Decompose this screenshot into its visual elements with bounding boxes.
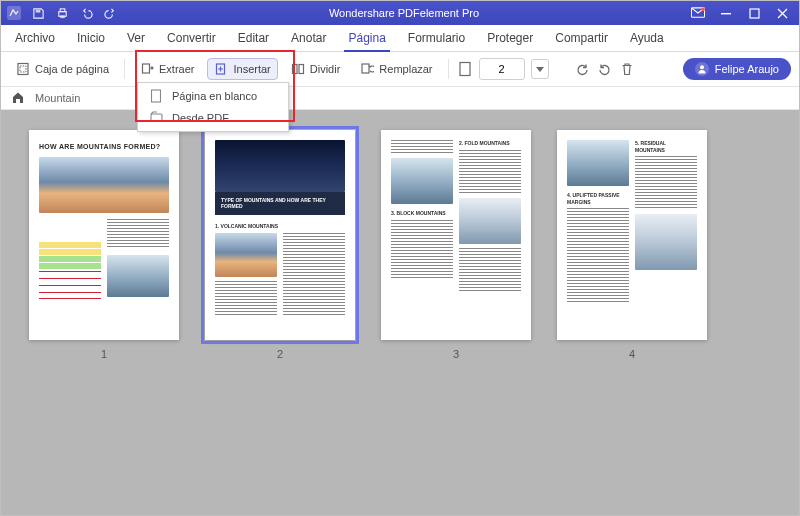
svg-point-6 — [701, 7, 705, 11]
menu-archivo[interactable]: Archivo — [5, 26, 65, 51]
page-dropdown-icon[interactable] — [531, 59, 549, 79]
split-label: Dividir — [310, 63, 341, 75]
p2-caption: TYPE OF MOUNTAINS AND HOW ARE THEY FORME… — [215, 192, 345, 215]
svg-rect-14 — [299, 65, 304, 74]
menu-convertir[interactable]: Convertir — [157, 26, 226, 51]
page-number-input[interactable] — [479, 58, 525, 80]
breadcrumb-doc[interactable]: Mountain — [35, 92, 80, 104]
insert-blank-page[interactable]: Página en blanco — [138, 85, 288, 107]
split-icon — [291, 62, 305, 76]
svg-rect-16 — [460, 63, 470, 76]
insert-button[interactable]: Insertar — [207, 58, 277, 80]
svg-rect-10 — [20, 66, 26, 72]
replace-icon — [360, 62, 374, 76]
redo-icon[interactable] — [103, 6, 117, 20]
menu-compartir[interactable]: Compartir — [545, 26, 618, 51]
p3-h1: 2. FOLD MOUNTAINS — [459, 140, 521, 147]
insert-blank-label: Página en blanco — [172, 90, 257, 102]
insert-dropdown: Página en blanco Desde PDF — [137, 82, 289, 132]
thumb-2-label: 2 — [277, 348, 283, 360]
svg-rect-11 — [143, 64, 150, 73]
svg-rect-8 — [750, 9, 759, 18]
split-button[interactable]: Dividir — [284, 58, 348, 80]
rotate-cw-icon[interactable] — [597, 61, 613, 77]
home-icon[interactable] — [11, 91, 25, 105]
svg-rect-7 — [721, 13, 731, 14]
rotate-ccw-icon[interactable] — [575, 61, 591, 77]
maximize-icon[interactable] — [747, 6, 761, 20]
p2-h1: 1. VOLCANIC MOUNTAINS — [215, 223, 345, 230]
thumb-4-label: 4 — [629, 348, 635, 360]
extract-label: Extraer — [159, 63, 194, 75]
extract-icon — [140, 62, 154, 76]
page-toolbar: Caja de página Extraer Insertar Dividir … — [1, 52, 799, 87]
insert-icon — [214, 62, 228, 76]
svg-rect-19 — [151, 114, 162, 121]
delete-icon[interactable] — [619, 61, 635, 77]
page-thumb-icon[interactable] — [457, 61, 473, 77]
svg-rect-4 — [60, 15, 65, 18]
avatar-icon — [695, 62, 709, 76]
insert-from-pdf-label: Desde PDF — [172, 112, 229, 124]
thumb-3[interactable]: 3. BLOCK MOUNTAINS 2. FOLD MOUNTAINS 3 — [381, 130, 531, 360]
menu-pagina[interactable]: Página — [338, 26, 395, 51]
window-title: Wondershare PDFelement Pro — [117, 7, 691, 19]
menubar: Archivo Inicio Ver Convertir Editar Anot… — [1, 25, 799, 52]
thumb-4[interactable]: 4. UPLIFTED PASSIVE MARGINS 5. RESIDUAL … — [557, 130, 707, 360]
menu-ver[interactable]: Ver — [117, 26, 155, 51]
p4-h1: 4. UPLIFTED PASSIVE MARGINS — [567, 192, 629, 205]
menu-anotar[interactable]: Anotar — [281, 26, 336, 51]
blank-page-icon — [150, 89, 164, 103]
app-logo-icon — [7, 6, 21, 20]
page-canvas: HOW ARE MOUNTAINS FORMED? — [1, 110, 799, 515]
replace-button[interactable]: Remplazar — [353, 58, 439, 80]
minimize-icon[interactable] — [719, 6, 733, 20]
from-pdf-icon — [150, 111, 164, 125]
print-icon[interactable] — [55, 6, 69, 20]
page-box-button[interactable]: Caja de página — [9, 58, 116, 80]
extract-button[interactable]: Extraer — [133, 58, 201, 80]
svg-point-17 — [700, 65, 704, 69]
thumb-3-label: 3 — [453, 348, 459, 360]
thumb-1[interactable]: HOW ARE MOUNTAINS FORMED? — [29, 130, 179, 360]
menu-proteger[interactable]: Proteger — [477, 26, 543, 51]
svg-rect-15 — [362, 64, 369, 73]
replace-label: Remplazar — [379, 63, 432, 75]
thumb-1-label: 1 — [101, 348, 107, 360]
user-name: Felipe Araujo — [715, 63, 779, 75]
p3-h2: 3. BLOCK MOUNTAINS — [391, 210, 453, 217]
p1-title: HOW ARE MOUNTAINS FORMED? — [39, 142, 169, 151]
menu-editar[interactable]: Editar — [228, 26, 279, 51]
menu-ayuda[interactable]: Ayuda — [620, 26, 674, 51]
svg-rect-18 — [152, 90, 161, 102]
undo-icon[interactable] — [79, 6, 93, 20]
thumb-2[interactable]: TYPE OF MOUNTAINS AND HOW ARE THEY FORME… — [205, 130, 355, 360]
save-icon[interactable] — [31, 6, 45, 20]
menu-formulario[interactable]: Formulario — [398, 26, 475, 51]
p4-h2: 5. RESIDUAL MOUNTAINS — [635, 140, 697, 153]
svg-rect-3 — [60, 8, 65, 11]
breadcrumb: Mountain — [1, 87, 799, 110]
menu-inicio[interactable]: Inicio — [67, 26, 115, 51]
close-icon[interactable] — [775, 6, 789, 20]
svg-rect-13 — [292, 65, 297, 74]
insert-label: Insertar — [233, 63, 270, 75]
svg-rect-1 — [35, 9, 40, 12]
page-box-icon — [16, 62, 30, 76]
insert-from-pdf[interactable]: Desde PDF — [138, 107, 288, 129]
mail-icon[interactable] — [691, 6, 705, 20]
page-box-label: Caja de página — [35, 63, 109, 75]
user-pill[interactable]: Felipe Araujo — [683, 58, 791, 80]
svg-rect-0 — [7, 6, 21, 20]
